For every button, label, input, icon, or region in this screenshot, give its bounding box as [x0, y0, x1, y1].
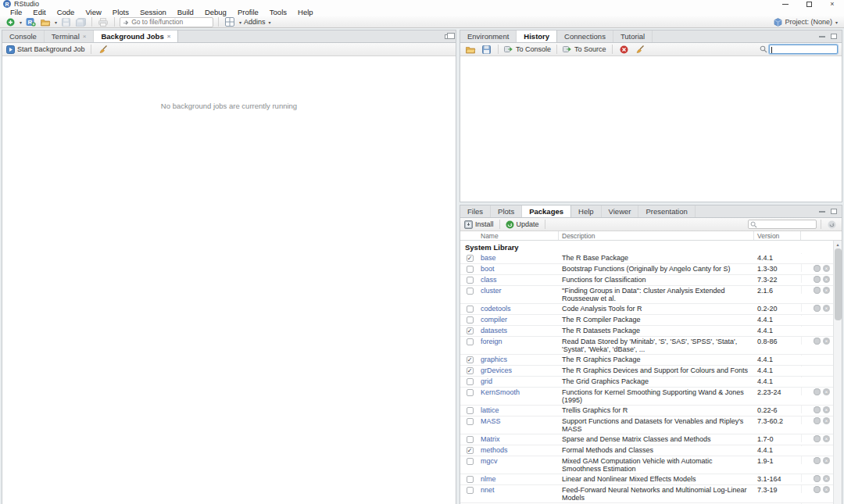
package-name-link[interactable]: compiler — [479, 315, 559, 325]
scrollbar-thumb[interactable] — [835, 248, 842, 320]
new-file-caret-icon[interactable]: ▾ — [20, 20, 22, 25]
package-name-link[interactable]: lattice — [479, 406, 559, 416]
package-name-link[interactable]: Matrix — [479, 434, 559, 445]
remove-package-icon[interactable]: × — [823, 338, 830, 345]
panes-caret-icon[interactable]: ▾ — [239, 20, 241, 25]
tab-console[interactable]: Console — [2, 30, 45, 42]
browse-package-icon[interactable] — [814, 287, 821, 294]
tab-presentation[interactable]: Presentation — [638, 206, 695, 217]
tab-help[interactable]: Help — [571, 206, 602, 217]
package-checkbox[interactable] — [467, 266, 474, 273]
close-tab-icon[interactable]: × — [167, 33, 171, 40]
column-description[interactable]: Description — [559, 231, 754, 240]
to-source-button[interactable]: To Source — [563, 45, 606, 53]
tab-connections[interactable]: Connections — [557, 30, 613, 42]
remove-package-icon[interactable]: × — [823, 287, 830, 294]
browse-package-icon[interactable] — [814, 457, 821, 464]
browse-package-icon[interactable] — [814, 417, 821, 424]
tab-background-jobs[interactable]: Background Jobs× — [94, 30, 178, 42]
package-name-link[interactable]: datasets — [479, 326, 559, 336]
package-name-link[interactable]: grDevices — [479, 366, 559, 376]
menu-item-build[interactable]: Build — [172, 8, 199, 16]
refresh-button[interactable] — [825, 219, 838, 230]
save-all-button[interactable] — [74, 16, 87, 27]
package-checkbox[interactable] — [467, 476, 474, 483]
package-name-link[interactable]: grid — [479, 377, 559, 387]
restore-pane-button[interactable] — [443, 33, 452, 41]
package-name-link[interactable]: nlme — [479, 474, 559, 484]
package-checkbox[interactable] — [467, 288, 474, 295]
browse-package-icon[interactable] — [814, 305, 821, 312]
print-button[interactable] — [97, 16, 109, 27]
package-name-link[interactable]: base — [479, 253, 559, 263]
menu-item-view[interactable]: View — [80, 8, 106, 16]
package-checkbox[interactable]: ✓ — [467, 367, 474, 374]
browse-package-icon[interactable] — [814, 265, 821, 272]
addins-button[interactable]: Addins — [244, 18, 266, 26]
browse-package-icon[interactable] — [814, 388, 821, 395]
package-checkbox[interactable] — [467, 418, 474, 425]
addins-caret-icon[interactable]: ▾ — [269, 20, 271, 25]
save-history-button[interactable] — [480, 44, 492, 55]
project-menu-button[interactable]: Project: (None) ▾ — [774, 18, 840, 27]
remove-package-icon[interactable]: × — [823, 276, 830, 283]
tab-packages[interactable]: Packages — [522, 206, 571, 217]
menu-item-tools[interactable]: Tools — [264, 8, 292, 16]
package-name-link[interactable]: KernSmooth — [479, 388, 559, 398]
tab-tutorial[interactable]: Tutorial — [613, 30, 653, 42]
remove-package-icon[interactable]: × — [823, 417, 830, 424]
package-name-link[interactable]: cluster — [479, 286, 559, 296]
save-button[interactable] — [59, 16, 72, 27]
min-pane-button[interactable] — [817, 33, 826, 41]
goto-file-input[interactable] — [131, 18, 210, 26]
menu-item-code[interactable]: Code — [52, 8, 80, 16]
package-checkbox[interactable] — [467, 316, 474, 323]
package-name-link[interactable]: boot — [479, 264, 559, 274]
browse-package-icon[interactable] — [814, 406, 821, 413]
package-checkbox[interactable] — [467, 306, 474, 313]
column-name[interactable]: Name — [460, 231, 559, 240]
clear-history-broom-icon[interactable] — [634, 44, 646, 55]
package-name-link[interactable]: codetools — [479, 304, 559, 314]
max-pane-button[interactable] — [829, 33, 838, 41]
remove-package-icon[interactable]: × — [823, 435, 830, 442]
packages-scrollbar[interactable]: ▲ ▼ — [833, 241, 842, 504]
browse-package-icon[interactable] — [814, 435, 821, 442]
remove-package-icon[interactable]: × — [823, 388, 830, 395]
remove-package-icon[interactable]: × — [823, 406, 830, 413]
package-name-link[interactable]: class — [479, 275, 559, 285]
load-history-button[interactable] — [464, 44, 477, 55]
tab-environment[interactable]: Environment — [460, 30, 517, 42]
column-version[interactable]: Version — [754, 231, 801, 240]
package-name-link[interactable]: foreign — [479, 337, 559, 347]
to-console-button[interactable]: To Console — [504, 45, 551, 53]
max-pane-button[interactable] — [829, 208, 838, 216]
package-name-link[interactable]: MASS — [479, 416, 559, 427]
tab-plots[interactable]: Plots — [491, 206, 522, 217]
package-name-link[interactable]: graphics — [479, 355, 559, 365]
package-name-link[interactable]: methods — [479, 445, 559, 456]
package-checkbox[interactable] — [467, 407, 474, 414]
package-checkbox[interactable]: ✓ — [467, 447, 474, 454]
package-checkbox[interactable] — [467, 378, 474, 385]
panes-layout-button[interactable] — [224, 16, 236, 27]
menu-item-profile[interactable]: Profile — [232, 8, 264, 16]
remove-history-button[interactable] — [618, 44, 631, 55]
open-file-button[interactable] — [39, 16, 52, 27]
tab-files[interactable]: Files — [460, 206, 491, 217]
menu-item-session[interactable]: Session — [134, 8, 172, 16]
update-button[interactable]: Update — [506, 220, 539, 229]
tab-viewer[interactable]: Viewer — [602, 206, 639, 217]
scrollbar-track[interactable] — [834, 248, 842, 504]
scroll-up-icon[interactable]: ▲ — [834, 241, 842, 248]
package-checkbox[interactable]: ✓ — [467, 255, 474, 262]
package-checkbox[interactable] — [467, 436, 474, 443]
browse-package-icon[interactable] — [814, 276, 821, 283]
browse-package-icon[interactable] — [814, 486, 821, 493]
start-background-job-button[interactable]: Start Background Job — [6, 45, 85, 54]
tab-terminal[interactable]: Terminal× — [45, 30, 95, 42]
remove-package-icon[interactable]: × — [823, 305, 830, 312]
new-project-button[interactable]: R — [24, 16, 37, 27]
history-search-input[interactable] — [769, 45, 838, 54]
browse-package-icon[interactable] — [814, 338, 821, 345]
